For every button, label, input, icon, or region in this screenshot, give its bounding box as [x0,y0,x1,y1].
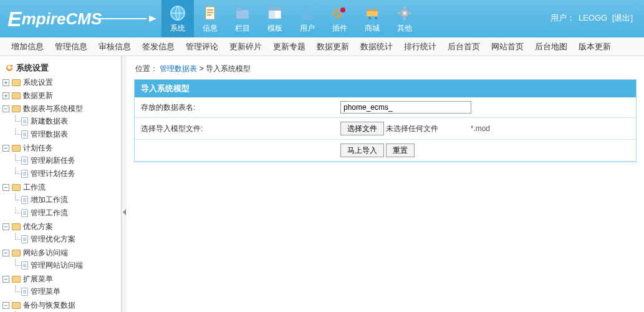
subnav-item[interactable]: 后台地图 [535,41,567,52]
subnav-item[interactable]: 增加信息 [11,41,44,52]
tree-leaf[interactable]: 管理计划任务 [11,168,121,180]
page-icon [21,235,28,243]
topnav-user[interactable]: 用户 [291,0,324,37]
logout-link[interactable]: [退出] [612,13,633,22]
username-link[interactable]: LEOGG [579,13,607,22]
reset-button[interactable]: 重置 [386,144,415,157]
topnav-doc[interactable]: 信息 [194,0,226,37]
tree-group[interactable]: −优化方案 [0,221,121,233]
toggle-icon: − [2,105,9,112]
gear-icon [396,4,413,22]
panel-title: 导入系统模型 [135,80,636,97]
subnav-item[interactable]: 排行统计 [404,41,436,52]
tree-leaf[interactable]: 新建数据表 [11,115,121,127]
tree: +系统设置+数据更新−数据表与系统模型新建数据表管理数据表−计划任务管理刷新任务… [0,76,121,312]
subnav-item[interactable]: 后台首页 [448,41,480,52]
topnav-folder[interactable]: 栏目 [226,0,259,37]
subnav-item[interactable]: 数据统计 [360,41,393,52]
subnav-item[interactable]: 数据更新 [317,41,349,52]
tree-label: 管理数据表 [31,129,68,140]
page-icon [21,117,28,125]
topnav-label: 栏目 [235,23,250,34]
toggle-icon: + [2,79,9,86]
tree-group[interactable]: −数据表与系统模型 [0,103,121,115]
table-row: 存放的数据表名: [135,97,636,118]
tree-label: 工作流 [23,182,46,193]
tree-group[interactable]: +系统设置 [0,77,121,89]
tools-icon [331,4,348,22]
tree-group[interactable]: −扩展菜单 [0,273,121,285]
page-icon [21,196,28,204]
folder-icon [12,105,21,112]
topnav-label: 其他 [397,23,412,34]
user-area: 用户： LEOGG [退出] [550,12,634,24]
tree-leaf[interactable]: 管理数据表 [11,129,121,140]
tree-group[interactable]: −工作流 [0,182,121,193]
subnav-item[interactable]: 管理信息 [55,41,87,52]
globe-icon [169,4,186,22]
tree-leaf[interactable]: 管理菜单 [11,286,121,298]
toggle-icon: − [2,250,9,256]
svg-rect-12 [332,7,340,16]
tree-label: 扩展菜单 [23,274,53,285]
tree-label: 数据更新 [23,90,53,101]
toggle-icon: − [2,302,9,309]
tree-leaf[interactable]: 增加工作流 [11,194,121,206]
breadcrumb-link[interactable]: 管理数据表 [160,64,197,73]
page-icon [21,261,28,270]
choose-file-button[interactable]: 选择文件 [340,122,384,135]
subnav-item[interactable]: 版本更新 [579,41,611,52]
svg-rect-19 [404,6,406,9]
topnav-tools[interactable]: 插件 [324,0,356,37]
user-label: 用户： [550,13,575,22]
page-icon [21,157,28,165]
tree-label: 管理菜单 [31,286,60,297]
page-icon [21,209,28,217]
subnav-item[interactable]: 审核信息 [99,41,131,52]
svg-rect-8 [269,7,281,11]
page-icon [21,288,28,296]
topnav-label: 插件 [332,23,347,34]
tree-label: 系统设置 [23,77,53,88]
svg-rect-6 [236,8,242,11]
sidebar-title: 系统设置 [0,60,121,76]
folder-icon [12,145,21,152]
tree-group[interactable]: −网站多访问端 [0,247,121,259]
tree-leaf[interactable]: 管理刷新任务 [11,155,121,167]
tree-leaf[interactable]: 管理工作流 [11,207,121,219]
tree-label: 数据表与系统模型 [23,104,83,114]
folder-icon [12,250,21,256]
tree-group[interactable]: +数据更新 [0,90,121,102]
tree-group[interactable]: −计划任务 [0,142,121,154]
topnav-gear[interactable]: 其他 [388,0,421,37]
tree-leaf[interactable]: 管理网站访问端 [11,260,121,271]
folder-icon [12,184,21,191]
subnav-item[interactable]: 签发信息 [142,41,175,52]
table-row: 选择导入模型文件: 选择文件 未选择任何文件 *.mod [135,118,636,140]
topnav-label: 信息 [203,23,218,34]
submit-button[interactable]: 马上导入 [340,144,384,157]
tree-label: 管理网站访问端 [31,260,83,271]
table-name-input[interactable] [340,101,471,114]
topnav: 系统信息栏目模板用户插件商城其他 [161,0,421,37]
topnav-cart[interactable]: 商城 [356,0,388,37]
topnav-window[interactable]: 模板 [259,0,291,37]
subnav-item[interactable]: 管理评论 [186,41,218,52]
topnav-globe[interactable]: 系统 [161,0,194,37]
splitter[interactable] [122,56,127,312]
tree-leaf[interactable]: 管理优化方案 [11,233,121,245]
sidebar: 系统设置 +系统设置+数据更新−数据表与系统模型新建数据表管理数据表−计划任务管… [0,56,122,312]
breadcrumb-current: 导入系统模型 [206,64,251,73]
svg-rect-20 [404,17,406,20]
subnav-item[interactable]: 更新碎片 [229,41,262,52]
refresh-icon [5,64,14,72]
topnav-label: 商城 [365,23,380,34]
logo-arrow-icon [149,16,156,22]
svg-point-11 [340,7,345,12]
topnav-label: 模板 [267,23,282,34]
subnav-item[interactable]: 网站首页 [491,41,524,52]
svg-rect-14 [367,9,378,11]
tree-group[interactable]: −备份与恢复数据 [0,300,121,311]
tree-label: 管理工作流 [31,208,68,218]
subnav-item[interactable]: 更新专题 [273,41,305,52]
